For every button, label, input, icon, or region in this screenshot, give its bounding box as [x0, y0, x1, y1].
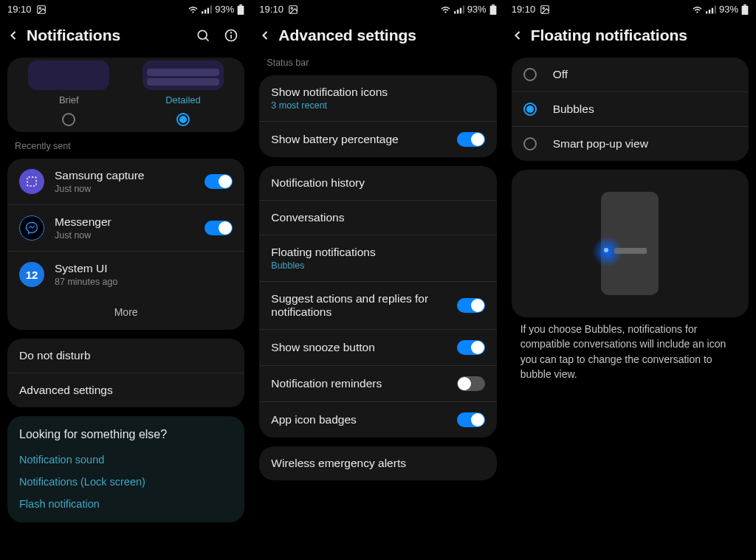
svg-rect-20	[489, 5, 496, 14]
svg-point-22	[543, 7, 544, 9]
style-detailed-radio[interactable]	[176, 113, 190, 126]
conversations[interactable]: Conversations	[259, 200, 496, 235]
notification-style-panel: Brief Detailed	[7, 58, 244, 132]
show-notification-icons[interactable]: Show notification icons 3 most recent	[259, 75, 496, 121]
settings-panel: Do not disturb Advanced settings	[7, 339, 244, 407]
snooze-toggle[interactable]	[457, 340, 485, 355]
info-icon[interactable]	[224, 28, 238, 43]
header: Notifications	[0, 18, 252, 53]
option-smart-popup[interactable]: Smart pop-up view	[512, 126, 749, 161]
recently-sent-header: Recently sent	[0, 136, 252, 154]
back-button[interactable]	[510, 28, 528, 43]
header: Advanced settings	[252, 18, 504, 53]
status-battery: 93%	[719, 4, 738, 15]
style-brief-radio[interactable]	[62, 113, 75, 126]
app-toggle[interactable]	[205, 174, 233, 189]
wifi-icon	[692, 5, 703, 14]
battery-icon	[489, 4, 497, 15]
link-notifications-lock-screen[interactable]: Notifications (Lock screen)	[19, 476, 145, 488]
app-icon-badges[interactable]: App icon badges	[259, 401, 496, 438]
svg-rect-23	[706, 11, 707, 13]
screen-advanced-settings: 19:10 93% Advanced settings Status bar S…	[252, 0, 504, 560]
option-bubbles[interactable]: Bubbles	[512, 91, 749, 126]
wireless-emergency-alerts[interactable]: Wireless emergency alerts	[259, 446, 496, 480]
option-off[interactable]: Off	[512, 58, 749, 91]
signal-icon	[454, 5, 464, 14]
back-icon	[6, 28, 21, 43]
svg-rect-19	[492, 4, 495, 6]
style-detailed[interactable]: Detailed	[126, 61, 241, 126]
status-bar: 19:10 93%	[504, 0, 756, 18]
show-snooze[interactable]: Show snooze button	[259, 329, 496, 365]
app-time: 87 minutes ago	[55, 277, 233, 287]
status-time: 19:10	[259, 4, 284, 15]
samsung-capture-icon	[19, 169, 44, 194]
svg-rect-4	[207, 7, 209, 13]
back-button[interactable]	[258, 28, 275, 43]
radio-bubbles[interactable]	[523, 103, 537, 116]
app-toggle[interactable]	[205, 221, 233, 235]
image-icon	[36, 4, 47, 15]
bubbles-description: If you choose Bubbles, notifications for…	[504, 322, 756, 381]
screen-floating-notifications: 19:10 93% Floating notifications Off Bub…	[504, 0, 756, 560]
svg-rect-3	[205, 10, 206, 13]
page-title: Floating notifications	[528, 27, 747, 44]
battery-percentage-toggle[interactable]	[457, 132, 485, 147]
svg-rect-6	[240, 4, 243, 6]
link-notification-sound[interactable]: Notification sound	[19, 454, 104, 466]
messenger-icon	[19, 215, 44, 241]
radio-off[interactable]	[523, 68, 537, 81]
looking-for-title: Looking for something else?	[7, 416, 244, 449]
svg-rect-18	[462, 5, 464, 13]
looking-for-panel: Looking for something else? Notification…	[7, 416, 244, 522]
status-time: 19:10	[7, 4, 32, 15]
notification-reminders[interactable]: Notification reminders	[259, 365, 496, 401]
do-not-disturb[interactable]: Do not disturb	[7, 339, 244, 373]
wifi-icon	[188, 5, 199, 14]
style-brief-label: Brief	[59, 94, 79, 106]
status-bar-section: Status bar	[252, 53, 504, 71]
page-title: Notifications	[24, 27, 196, 44]
svg-rect-26	[715, 5, 716, 13]
app-name: Samsung capture	[55, 169, 205, 182]
style-detailed-label: Detailed	[165, 94, 201, 106]
status-bar-panel: Show notification icons 3 most recent Sh…	[259, 75, 496, 157]
app-row-samsung-capture[interactable]: Samsung capture Just now	[7, 159, 244, 204]
svg-rect-24	[709, 10, 710, 13]
notification-history[interactable]: Notification history	[259, 166, 496, 200]
wifi-icon	[440, 5, 451, 14]
app-row-messenger[interactable]: Messenger Just now	[7, 204, 244, 251]
svg-rect-17	[459, 7, 461, 13]
suggest-actions[interactable]: Suggest actions and replies for notifica…	[259, 281, 496, 329]
system-ui-icon: 12	[19, 262, 44, 287]
back-button[interactable]	[6, 28, 24, 43]
app-row-system-ui[interactable]: 12 System UI 87 minutes ago	[7, 251, 244, 297]
svg-rect-12	[27, 177, 36, 186]
style-brief[interactable]: Brief	[12, 61, 126, 126]
advanced-list-panel: Notification history Conversations Float…	[259, 166, 496, 438]
radio-smart[interactable]	[523, 137, 537, 151]
back-icon	[258, 28, 272, 43]
reminders-toggle[interactable]	[457, 376, 485, 391]
page-title: Advanced settings	[275, 27, 495, 44]
svg-rect-27	[743, 4, 746, 6]
floating-notifications[interactable]: Floating notifications Bubbles	[259, 235, 496, 281]
search-icon[interactable]	[196, 28, 210, 43]
status-battery: 93%	[467, 4, 487, 15]
recently-sent-panel: Samsung capture Just now Messenger Just …	[7, 159, 244, 330]
more-button[interactable]: More	[7, 297, 244, 330]
show-battery-percentage[interactable]: Show battery percentage	[259, 121, 496, 157]
badges-toggle[interactable]	[457, 412, 485, 427]
back-icon	[510, 28, 525, 43]
svg-point-11	[231, 32, 232, 33]
wireless-panel: Wireless emergency alerts	[259, 446, 496, 480]
suggest-toggle[interactable]	[457, 298, 485, 313]
signal-icon	[706, 5, 716, 14]
image-icon	[540, 4, 550, 15]
link-flash-notification[interactable]: Flash notification	[19, 498, 100, 510]
advanced-settings[interactable]: Advanced settings	[7, 373, 244, 407]
header: Floating notifications	[504, 18, 756, 53]
app-time: Just now	[55, 184, 205, 194]
battery-icon	[237, 4, 244, 15]
svg-rect-7	[238, 5, 244, 14]
